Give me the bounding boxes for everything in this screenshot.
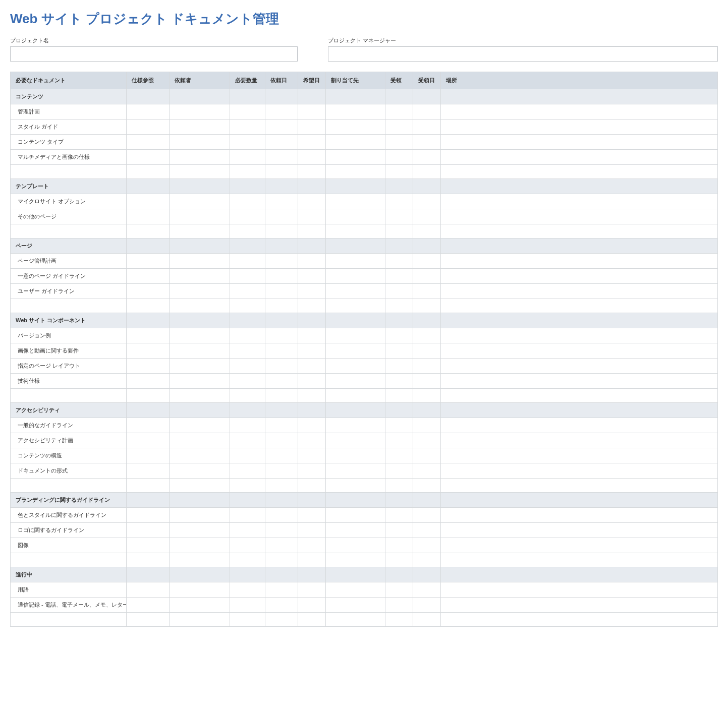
document-name-cell[interactable]: 管理計画 <box>11 104 127 120</box>
table-cell[interactable] <box>230 418 265 433</box>
table-cell[interactable] <box>265 448 298 463</box>
table-cell[interactable] <box>230 598 265 613</box>
table-cell[interactable] <box>265 463 298 479</box>
table-cell[interactable] <box>127 598 170 613</box>
document-name-cell[interactable]: 用語 <box>11 582 127 598</box>
document-name-cell[interactable]: マイクロサイト オプション <box>11 194 127 209</box>
table-cell[interactable] <box>326 508 385 523</box>
table-cell[interactable] <box>326 359 385 374</box>
table-cell[interactable] <box>441 538 718 553</box>
table-cell[interactable] <box>326 120 385 135</box>
table-cell[interactable] <box>441 135 718 150</box>
table-cell[interactable] <box>326 194 385 209</box>
table-cell[interactable] <box>265 389 298 403</box>
table-cell[interactable] <box>11 553 127 567</box>
table-cell[interactable] <box>298 135 326 150</box>
table-cell[interactable] <box>230 553 265 567</box>
table-cell[interactable] <box>265 598 298 613</box>
table-cell[interactable] <box>326 389 385 403</box>
table-cell[interactable] <box>413 120 441 135</box>
table-cell[interactable] <box>230 194 265 209</box>
table-cell[interactable] <box>11 613 127 627</box>
document-name-cell[interactable]: 一意のページ ガイドライン <box>11 269 127 284</box>
table-cell[interactable] <box>170 135 230 150</box>
table-cell[interactable] <box>441 418 718 433</box>
table-cell[interactable] <box>265 284 298 299</box>
table-cell[interactable] <box>298 523 326 538</box>
table-cell[interactable] <box>230 389 265 403</box>
table-cell[interactable] <box>441 598 718 613</box>
table-cell[interactable] <box>265 328 298 343</box>
table-cell[interactable] <box>385 479 413 493</box>
table-cell[interactable] <box>127 343 170 359</box>
table-cell[interactable] <box>170 209 230 224</box>
table-cell[interactable] <box>265 418 298 433</box>
table-cell[interactable] <box>413 433 441 448</box>
table-cell[interactable] <box>413 479 441 493</box>
table-cell[interactable] <box>441 508 718 523</box>
table-cell[interactable] <box>170 448 230 463</box>
table-cell[interactable] <box>230 284 265 299</box>
table-cell[interactable] <box>230 359 265 374</box>
table-cell[interactable] <box>170 299 230 313</box>
table-cell[interactable] <box>385 418 413 433</box>
table-cell[interactable] <box>170 104 230 120</box>
table-cell[interactable] <box>127 209 170 224</box>
table-cell[interactable] <box>326 479 385 493</box>
table-cell[interactable] <box>298 553 326 567</box>
table-cell[interactable] <box>298 508 326 523</box>
table-cell[interactable] <box>441 328 718 343</box>
table-cell[interactable] <box>441 284 718 299</box>
document-name-cell[interactable]: 技術仕様 <box>11 374 127 389</box>
table-cell[interactable] <box>385 448 413 463</box>
table-cell[interactable] <box>413 374 441 389</box>
table-cell[interactable] <box>441 150 718 165</box>
table-cell[interactable] <box>441 389 718 403</box>
table-cell[interactable] <box>413 538 441 553</box>
project-name-input[interactable] <box>10 46 298 62</box>
table-cell[interactable] <box>265 165 298 179</box>
table-cell[interactable] <box>265 374 298 389</box>
table-cell[interactable] <box>298 418 326 433</box>
table-cell[interactable] <box>413 418 441 433</box>
table-cell[interactable] <box>441 254 718 269</box>
table-cell[interactable] <box>11 224 127 239</box>
document-name-cell[interactable]: 画像と動画に関する要件 <box>11 343 127 359</box>
table-cell[interactable] <box>127 165 170 179</box>
table-cell[interactable] <box>170 479 230 493</box>
document-name-cell[interactable]: 一般的なガイドライン <box>11 418 127 433</box>
table-cell[interactable] <box>170 359 230 374</box>
table-cell[interactable] <box>413 389 441 403</box>
table-cell[interactable] <box>413 299 441 313</box>
table-cell[interactable] <box>298 328 326 343</box>
table-cell[interactable] <box>298 389 326 403</box>
table-cell[interactable] <box>385 328 413 343</box>
table-cell[interactable] <box>441 359 718 374</box>
table-cell[interactable] <box>413 343 441 359</box>
table-cell[interactable] <box>385 508 413 523</box>
table-cell[interactable] <box>298 254 326 269</box>
table-cell[interactable] <box>230 538 265 553</box>
table-cell[interactable] <box>385 135 413 150</box>
table-cell[interactable] <box>385 209 413 224</box>
table-cell[interactable] <box>127 194 170 209</box>
table-cell[interactable] <box>441 299 718 313</box>
table-cell[interactable] <box>265 135 298 150</box>
table-cell[interactable] <box>441 463 718 479</box>
table-cell[interactable] <box>170 582 230 598</box>
table-cell[interactable] <box>298 359 326 374</box>
table-cell[interactable] <box>127 613 170 627</box>
table-cell[interactable] <box>326 343 385 359</box>
table-cell[interactable] <box>298 284 326 299</box>
table-cell[interactable] <box>441 269 718 284</box>
table-cell[interactable] <box>170 598 230 613</box>
table-cell[interactable] <box>230 433 265 448</box>
table-cell[interactable] <box>127 479 170 493</box>
table-cell[interactable] <box>170 194 230 209</box>
table-cell[interactable] <box>385 269 413 284</box>
document-name-cell[interactable]: コンテンツの構造 <box>11 448 127 463</box>
table-cell[interactable] <box>170 463 230 479</box>
table-cell[interactable] <box>127 269 170 284</box>
table-cell[interactable] <box>385 582 413 598</box>
table-cell[interactable] <box>326 582 385 598</box>
